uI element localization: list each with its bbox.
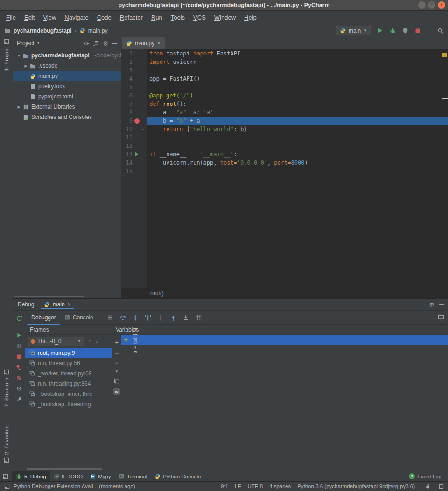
breadcrumb-method[interactable]: root() <box>150 290 164 297</box>
tree-item-pycharmdebugfastapi[interactable]: ▼pycharmdebugfastapi~/code/pycharmdebugf… <box>13 50 121 61</box>
lock-icon[interactable] <box>425 484 430 489</box>
close-icon[interactable]: × <box>68 302 71 307</box>
code-line-13[interactable]: 13if __name__ == '__main__': <box>121 150 448 159</box>
status-message[interactable]: Python Debugger Extension Avail... (mome… <box>14 484 135 489</box>
resume-icon[interactable] <box>16 330 22 340</box>
variable-a-str-a[interactable]: a = {str} 'a' <box>121 335 448 345</box>
hide-panel-icon[interactable]: — <box>112 41 117 46</box>
rerun-icon[interactable] <box>16 313 22 324</box>
frame-run-thread-py-56[interactable]: run, thread.py:56 <box>25 358 112 368</box>
debug-icon[interactable] <box>389 28 396 34</box>
run-to-cursor-icon[interactable] <box>180 314 192 321</box>
run-icon[interactable] <box>376 28 384 34</box>
code-line-8[interactable]: 8 a = "a" a: 'a' <box>121 108 448 117</box>
stripe-button-project[interactable]: 1: Project <box>0 39 13 71</box>
status-item-python-3-6-pycharmdebugfastapi-9cdjtyrg-py3-6[interactable]: Python 3.6 (pycharmdebugfastapi-9cdjtyrg… <box>297 484 415 489</box>
code-line-15[interactable]: 15 <box>121 167 448 175</box>
debug-settings-icon[interactable]: ⚙ <box>429 302 434 308</box>
search-icon[interactable] <box>437 28 444 34</box>
down-icon[interactable]: ▼ <box>115 370 119 373</box>
debug-tab-console[interactable]: Console <box>60 311 98 325</box>
step-into-my-code-icon[interactable] <box>142 314 154 321</box>
tree-item-main-py[interactable]: main.py <box>13 71 121 81</box>
tree-item-poetry-lock[interactable]: poetry.lock <box>13 81 121 91</box>
expand-arrow-icon[interactable]: ▶ <box>16 105 22 109</box>
settings-icon[interactable]: ⚙ <box>16 383 22 394</box>
run-configuration-select[interactable]: main ▼ <box>336 26 371 35</box>
view-breakpoints-icon[interactable] <box>16 362 22 373</box>
menu-item-edit[interactable]: Edit <box>20 12 39 23</box>
thread-selector[interactable]: Thr...-0_0 ▼ <box>28 337 84 346</box>
return-values-icon[interactable]: ∞ <box>113 388 119 395</box>
status-item-9-1[interactable]: 9:1 <box>221 484 228 489</box>
toolwindow-button-terminal[interactable]: Terminal <box>115 471 151 481</box>
up-icon[interactable]: ▲ <box>115 361 119 365</box>
breadcrumb-file[interactable]: main.py <box>88 28 108 34</box>
menu-item-refactor[interactable]: Refactor <box>116 12 147 23</box>
stripe-button-favorites[interactable]: 2: Favorites <box>0 425 13 463</box>
code-line-4[interactable]: 4app = FastAPI() <box>121 75 448 83</box>
code-line-5[interactable]: 5 <box>121 83 448 91</box>
tree-item-vscode[interactable]: ▶.vscode <box>13 61 121 71</box>
pause-icon[interactable] <box>16 340 22 351</box>
frames-scrollbar[interactable] <box>27 468 107 470</box>
step-into-icon[interactable] <box>130 314 141 321</box>
status-item-utf-8[interactable]: UTF-8 <box>248 484 263 489</box>
run-gutter-icon[interactable] <box>133 150 140 159</box>
debug-session-tab[interactable]: main × <box>41 300 74 309</box>
view-menu-icon[interactable] <box>105 315 116 320</box>
status-item-4-spaces[interactable]: 4 spaces <box>269 484 291 489</box>
editor-breadcrumb[interactable]: root() <box>121 288 448 298</box>
code-line-1[interactable]: 1–from fastapi import FastAPI <box>121 49 448 58</box>
error-stripe-warning-mark[interactable] <box>442 53 447 57</box>
editor-tab-main-py[interactable]: main.py × <box>122 37 165 49</box>
scrollbar-thumb[interactable] <box>27 468 102 470</box>
tool-window-switcher-icon[interactable] <box>3 474 8 479</box>
frame-worker-thread-py-69[interactable]: _worker, thread.py:69 <box>25 368 112 379</box>
frame-root-main-py-9[interactable]: root, main.py:9 <box>25 348 112 358</box>
copy-icon[interactable] <box>114 378 119 384</box>
code-line-7[interactable]: 7def root(): <box>121 100 448 108</box>
breadcrumb-project[interactable]: pycharmdebugfastapi <box>14 28 72 34</box>
close-tab-icon[interactable]: × <box>157 41 161 46</box>
menu-item-tools[interactable]: Tools <box>167 12 189 23</box>
mute-breakpoints-icon[interactable] <box>16 373 22 383</box>
code-line-9[interactable]: 9 b = "b" + a <box>121 117 448 125</box>
collapse-arrow-icon[interactable]: ▼ <box>16 54 22 58</box>
previous-frame-icon[interactable]: ↑ <box>88 339 91 344</box>
next-frame-icon[interactable]: ↓ <box>95 339 98 344</box>
tree-item-external-libraries[interactable]: ▶External Libraries <box>13 102 121 112</box>
coverage-icon[interactable] <box>401 28 409 34</box>
step-over-icon[interactable] <box>117 314 129 321</box>
collapse-all-icon[interactable] <box>93 41 99 47</box>
project-panel-title[interactable]: Project <box>17 40 34 47</box>
code-line-3[interactable]: 3 <box>121 66 448 75</box>
menu-item-window[interactable]: Window <box>210 12 240 23</box>
dock-icon[interactable] <box>4 484 10 489</box>
close-button[interactable]: × <box>438 1 445 9</box>
caret-down-icon[interactable]: ▼ <box>36 41 40 45</box>
status-item-lf[interactable]: LF <box>235 484 241 489</box>
toolwindow-button-5-debug[interactable]: 5: Debug <box>12 471 50 481</box>
hide-window-icon[interactable]: — <box>439 302 444 307</box>
code-line-10[interactable]: 10– return {"hello world": b} <box>121 125 448 133</box>
menu-item-vcs[interactable]: VCS <box>189 12 210 23</box>
stop-run-icon[interactable] <box>414 28 421 34</box>
toolwindow-button-event-log[interactable]: 3Event Log <box>405 473 445 479</box>
code-editor[interactable]: 1–from fastapi import FastAPI2–import uv… <box>121 49 448 288</box>
debug-tab-debugger[interactable]: Debugger <box>27 311 60 325</box>
frame-bootstrap-threading[interactable]: _bootstrap, threading. <box>25 399 112 409</box>
stop-icon[interactable] <box>16 351 22 362</box>
menu-item-code[interactable]: Code <box>93 12 116 23</box>
tree-item-scratches-and-consoles[interactable]: Scratches and Consoles <box>13 112 121 122</box>
code-line-14[interactable]: 14 uvicorn.run(app, host='0.0.0.0', port… <box>121 159 448 167</box>
menu-item-run[interactable]: Run <box>147 12 167 23</box>
frame-bootstrap-inner-thre[interactable]: _bootstrap_inner, thre <box>25 389 112 399</box>
editor-empty-space[interactable] <box>121 175 448 288</box>
frame-run-threading-py-864[interactable]: run, threading.py:864 <box>25 379 112 389</box>
code-line-6[interactable]: 6@app.get("/") <box>121 91 448 100</box>
code-line-2[interactable]: 2–import uvicorn <box>121 58 448 66</box>
menu-item-file[interactable]: File <box>2 12 20 23</box>
layout-settings-icon[interactable] <box>438 314 444 321</box>
code-line-12[interactable]: 12 <box>121 142 448 150</box>
